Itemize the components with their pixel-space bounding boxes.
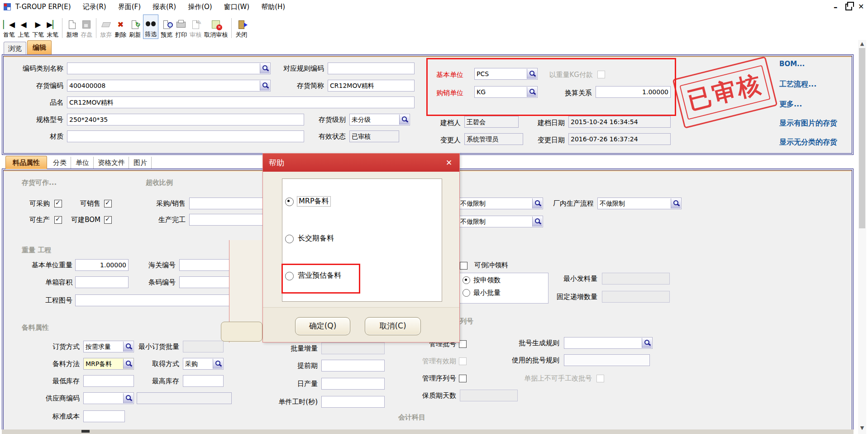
tab-units[interactable]: 单位 (72, 157, 94, 169)
lookup-icon[interactable] (213, 359, 223, 369)
toolbar-prev-record[interactable]: ◀ 上笔 (16, 15, 31, 39)
toolbar-filter[interactable]: 筛选 (143, 15, 158, 39)
acquire-mode-field[interactable]: 采购 (183, 358, 224, 370)
mrp-prepare-radio[interactable] (285, 198, 294, 206)
tab-item-attributes[interactable]: 料品属性 (5, 156, 47, 169)
std-cost-field[interactable] (83, 410, 125, 422)
code-class-field[interactable] (67, 63, 271, 74)
link-show-unclassified-items[interactable]: 显示无分类的存货 (779, 138, 837, 147)
tab-classification[interactable]: 分类 (49, 157, 71, 169)
lookup-icon[interactable] (260, 81, 270, 91)
lead-time-field[interactable] (321, 360, 385, 371)
link-more[interactable]: 更多... (779, 100, 802, 109)
factory-flow-field[interactable]: 不做限制 (597, 198, 682, 209)
lookup-icon[interactable] (527, 87, 537, 97)
manage-batch-checkbox[interactable] (459, 340, 467, 348)
tab-browse[interactable]: 浏览 (4, 42, 26, 54)
link-bom[interactable]: BOM... (779, 60, 805, 68)
box-volume-field[interactable] (75, 276, 129, 288)
toolbar-unapprove[interactable]: 取消审核 (203, 15, 229, 39)
order-mode-field[interactable]: 按需求量 (83, 341, 134, 352)
tab-images[interactable]: 图片 (129, 157, 152, 169)
item-code-field[interactable]: 400400008 (67, 80, 271, 92)
base-unit-field[interactable]: PCS (474, 68, 538, 80)
unit-hours-field[interactable] (321, 396, 385, 408)
min-stock-field[interactable] (83, 375, 134, 387)
lookup-icon[interactable] (260, 63, 270, 73)
toolbar-delete[interactable]: ✖ 删除 (113, 15, 128, 39)
link-process-flow[interactable]: 工艺流程... (779, 80, 816, 89)
daily-output-field[interactable] (321, 378, 385, 390)
lookup-icon[interactable] (532, 198, 542, 208)
lookup-icon[interactable] (642, 338, 652, 348)
limit-dropdown-2[interactable]: 不做限制 (458, 216, 543, 227)
conversion-field[interactable]: 1.00000 (596, 86, 671, 98)
toolbar-last-record[interactable]: ▶▏ 末笔 (45, 15, 60, 39)
lookup-icon[interactable] (671, 198, 681, 208)
unit-weight-field[interactable]: 1.00000 (75, 259, 129, 271)
dialog-title-bar[interactable]: 帮助 (263, 154, 459, 172)
toolbar-refresh[interactable]: ↻ 刷新 (128, 15, 142, 39)
scroll-down-icon[interactable]: ▼ (859, 425, 865, 431)
tab-qualification-files[interactable]: 资格文件 (94, 157, 129, 169)
limit-dropdown-1[interactable]: 不做限制 (458, 198, 543, 209)
tab-edit[interactable]: 编辑 (27, 40, 52, 54)
mrp-prepare-label[interactable]: MRP备料 (297, 196, 331, 207)
unit-weight-label: 基本单位重量 (18, 259, 72, 271)
material-field[interactable] (67, 130, 304, 142)
by-application-radio[interactable] (463, 276, 470, 284)
menu-interface[interactable]: 界面(F) (118, 3, 141, 11)
toolbar-next-record[interactable]: ▶ 下笔 (31, 15, 45, 39)
manage-serial-checkbox[interactable] (459, 375, 467, 382)
trade-unit-field[interactable]: KG (474, 86, 538, 98)
menu-help[interactable]: 帮助(H) (261, 3, 285, 11)
dialog-ok-button[interactable]: 确定(Q) (295, 317, 350, 335)
floppy-icon (82, 18, 91, 31)
max-stock-field[interactable] (183, 375, 224, 387)
close-button[interactable]: ✕ (858, 2, 864, 11)
link-show-items-with-images[interactable]: 显示有图片的存货 (779, 119, 837, 128)
toolbar-close-form[interactable]: 关闭 (234, 15, 248, 39)
lookup-icon[interactable] (532, 217, 542, 227)
toolbar-print[interactable]: 打印 (174, 15, 188, 39)
menu-window[interactable]: 窗口(W) (224, 3, 250, 11)
sales-forecast-prepare-label[interactable]: 营业预估备料 (298, 271, 341, 280)
long-leadtime-prepare-radio[interactable] (285, 235, 294, 243)
minimize-button[interactable]: – (834, 3, 838, 12)
menu-tgroup-erp[interactable]: T-GROUP ERP(E) (15, 3, 71, 11)
supplier-code-field[interactable] (83, 392, 134, 404)
level-field[interactable]: 未分级 (349, 114, 410, 125)
producible-checkbox[interactable] (54, 216, 62, 224)
lookup-icon[interactable] (123, 342, 133, 352)
batch-rule-field[interactable] (564, 337, 653, 349)
sellable-checkbox[interactable] (104, 200, 112, 207)
prepare-method-field[interactable]: MRP备料 (83, 358, 134, 370)
lookup-icon[interactable] (123, 393, 133, 403)
item-abbr-field[interactable]: CR12MOV精料 (328, 80, 415, 92)
restore-button[interactable] (845, 4, 852, 10)
purchasable-checkbox[interactable] (54, 200, 62, 207)
toolbar-first-record[interactable]: ▏◀ 首笔 (2, 15, 16, 39)
bom-allowed-checkbox[interactable] (104, 216, 112, 224)
scroll-up-icon[interactable]: ▲ (859, 41, 865, 47)
long-leadtime-prepare-label[interactable]: 长交期备料 (298, 234, 334, 243)
sales-forecast-prepare-radio[interactable] (285, 272, 294, 280)
min-batch-radio[interactable] (463, 289, 470, 297)
lookup-icon[interactable] (123, 359, 133, 369)
spec-field[interactable]: 250*240*35 (67, 114, 304, 125)
toolbar-add[interactable]: 新增 (65, 15, 79, 39)
restore-icon (847, 2, 854, 7)
dialog-cancel-button[interactable]: 取消(C) (365, 317, 421, 335)
menu-report[interactable]: 报表(R) (153, 3, 176, 11)
item-name-field[interactable]: CR12MOV精料 (67, 96, 415, 108)
menu-operate[interactable]: 操作(O) (188, 3, 212, 11)
creator-label: 建档人 (425, 117, 461, 129)
scrollbar-thumb[interactable] (859, 48, 865, 228)
menu-record[interactable]: 记录(R) (83, 3, 106, 11)
lookup-icon[interactable] (399, 115, 409, 125)
lookup-icon[interactable] (527, 69, 537, 79)
toolbar-preview[interactable]: 预览 (159, 15, 174, 39)
dialog-close-icon[interactable]: ✕ (444, 158, 454, 168)
rule-code-field[interactable] (328, 63, 415, 74)
backflush-checkbox[interactable] (460, 262, 467, 270)
